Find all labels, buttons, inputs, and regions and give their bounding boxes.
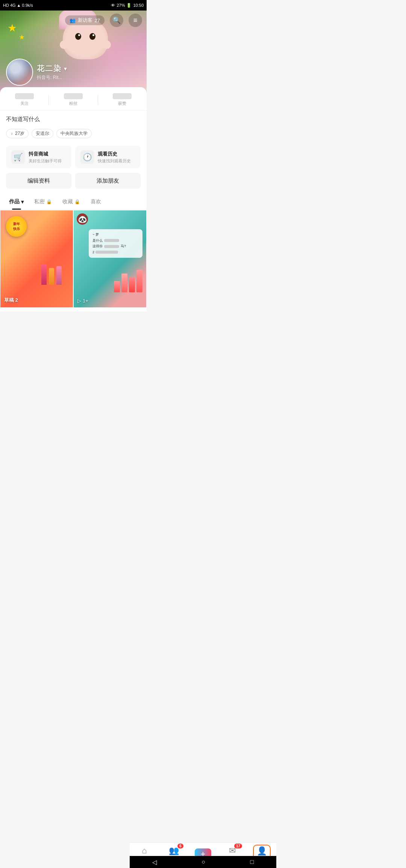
history-subtitle: 快速找到观看历史	[98, 158, 131, 164]
visitors-count: 27	[95, 18, 100, 23]
lipstick-3	[56, 266, 62, 285]
chat-text-1: ~ 梦	[92, 232, 99, 237]
stat-followers-label: 粉丝	[69, 101, 77, 106]
stat-following-value	[15, 93, 34, 99]
stat-following[interactable]: 关注	[15, 93, 34, 106]
stats-row: 关注 粉丝 获赞	[0, 87, 147, 110]
char-ear-right	[103, 41, 111, 49]
tag-school[interactable]: 中央民族大学	[56, 129, 92, 138]
history-icon: 🕐	[80, 150, 94, 164]
status-left: HD 4G ▲ 0.9k/s	[3, 3, 33, 8]
play-icon: ▷	[77, 298, 81, 304]
profile-name: 花二染 ▾	[37, 64, 67, 74]
tab-likes-label: 喜欢	[91, 198, 101, 205]
tab-collection[interactable]: 收藏 🔒	[57, 194, 85, 210]
blurred-1	[104, 239, 119, 242]
dropdown-arrow-icon[interactable]: ▾	[64, 66, 67, 72]
profile-card: 关注 粉丝 获赞 不知道写什么 ♀ 27岁 安道尔	[0, 87, 147, 312]
battery-icon: 🔋	[126, 3, 132, 8]
domino-1	[114, 281, 120, 292]
status-4g: 4G	[10, 3, 16, 8]
signal-icon: ▲	[17, 3, 21, 8]
status-right: 👁 27% 🔋 10:50	[111, 3, 144, 8]
panda-icon: 🐼	[78, 215, 87, 224]
stat-likes-value	[113, 93, 132, 99]
char-ear-left	[60, 41, 68, 49]
status-bar: HD 4G ▲ 0.9k/s 👁 27% 🔋 10:50	[0, 0, 147, 11]
avatar[interactable]	[6, 59, 33, 86]
search-button[interactable]: 🔍	[110, 14, 123, 27]
lock-icon-collection: 🔒	[74, 199, 80, 204]
video-2-play-count: ▷ 1+	[77, 298, 88, 304]
content-tabs: 作品 ▾ 私密 🔒 收藏 🔒 喜欢	[0, 194, 147, 210]
profile-id: 抖音号: Rit...	[37, 74, 67, 81]
char-eye-right	[89, 33, 95, 40]
edit-profile-button[interactable]: 编辑资料	[6, 173, 71, 189]
gender-icon: ♀	[10, 131, 14, 136]
menu-icon: ≡	[133, 17, 138, 24]
shop-icon: 🛒	[11, 150, 25, 164]
char-eye-left	[75, 33, 81, 40]
tab-private-label: 私密	[34, 198, 45, 205]
video-bg-2: 🐼 ~ 梦 是什么 这得你马? 2	[74, 210, 146, 307]
history-text: 观看历史 快速找到观看历史	[98, 151, 131, 164]
domino-2	[121, 274, 127, 292]
lipstick-1	[41, 264, 47, 285]
video-1-label: 草稿 2	[4, 297, 18, 304]
video-thumb-2[interactable]: 🐼 ~ 梦 是什么 这得你马? 2	[73, 210, 147, 308]
school-value: 中央民族大学	[61, 130, 88, 137]
chat-line-4: 2	[92, 250, 139, 255]
domino-4	[136, 270, 142, 292]
profile-name-area: 花二染 ▾ 抖音号: Rit...	[37, 64, 67, 81]
action-buttons: 编辑资料 添加朋友	[6, 173, 141, 189]
stat-divider-2	[98, 95, 98, 105]
profile-hero: ★ ★ 👥 新访客 27 🔍	[0, 11, 147, 93]
eye-icon: 👁	[111, 3, 115, 8]
add-friend-button[interactable]: 添加朋友	[75, 173, 141, 189]
stat-likes-label: 获赞	[118, 101, 126, 106]
username: 花二染	[37, 64, 62, 74]
shop-title: 抖音商城	[29, 151, 62, 157]
age-value: 27岁	[15, 130, 24, 137]
menu-button[interactable]: ≡	[129, 14, 142, 27]
shop-text: 抖音商城 美好生活触手可得	[29, 151, 62, 164]
tag-location[interactable]: 安道尔	[32, 129, 53, 138]
video-thumb-1[interactable]: 新年快乐 草稿 2	[0, 210, 73, 308]
video-grid: 新年快乐 草稿 2 🐼	[0, 210, 147, 308]
bio-section: 不知道写什么	[0, 110, 147, 126]
stat-followers-value	[64, 93, 83, 99]
tags-row: ♀ 27岁 安道尔 中央民族大学	[0, 126, 147, 143]
domino-decoration	[114, 270, 142, 292]
chat-line-3: 这得你马?	[92, 244, 139, 249]
lock-icon-private: 🔒	[46, 199, 52, 204]
location-value: 安道尔	[36, 130, 49, 137]
stat-followers[interactable]: 粉丝	[64, 93, 83, 106]
tab-private[interactable]: 私密 🔒	[29, 194, 57, 210]
chat-line-2: 是什么	[92, 238, 139, 243]
char-eyes	[75, 33, 95, 40]
blurred-3	[95, 251, 118, 254]
domino-3	[129, 277, 135, 292]
avatar-image	[7, 59, 32, 85]
profile-info-area: 花二染 ▾ 抖音号: Rit...	[6, 59, 67, 86]
chat-text-3: 这得你	[92, 244, 103, 249]
play-count-value: 1+	[83, 298, 88, 304]
visitors-button[interactable]: 👥 新访客 27	[65, 15, 105, 25]
battery-text: 27%	[117, 3, 125, 8]
stat-divider-1	[48, 95, 49, 105]
tab-likes[interactable]: 喜欢	[85, 194, 106, 210]
lipstick-decoration	[41, 264, 62, 285]
video-bg-1: 新年快乐	[0, 210, 73, 307]
tab-works[interactable]: 作品 ▾	[4, 194, 29, 210]
profile-topbar: 👥 新访客 27 🔍 ≡	[0, 14, 147, 27]
chat-line-1: ~ 梦	[92, 232, 139, 237]
tag-age[interactable]: ♀ 27岁	[6, 129, 29, 138]
stat-following-label: 关注	[20, 101, 29, 106]
star-decoration-2: ★	[19, 33, 25, 41]
history-action[interactable]: 🕐 观看历史 快速找到观看历史	[75, 146, 141, 168]
chat-overlay: ~ 梦 是什么 这得你马? 2	[89, 229, 142, 258]
shop-action[interactable]: 🛒 抖音商城 美好生活触手可得	[6, 146, 71, 168]
chat-text-2: 是什么	[92, 238, 103, 243]
clock-time: 10:50	[133, 3, 144, 8]
stat-likes[interactable]: 获赞	[113, 93, 132, 106]
